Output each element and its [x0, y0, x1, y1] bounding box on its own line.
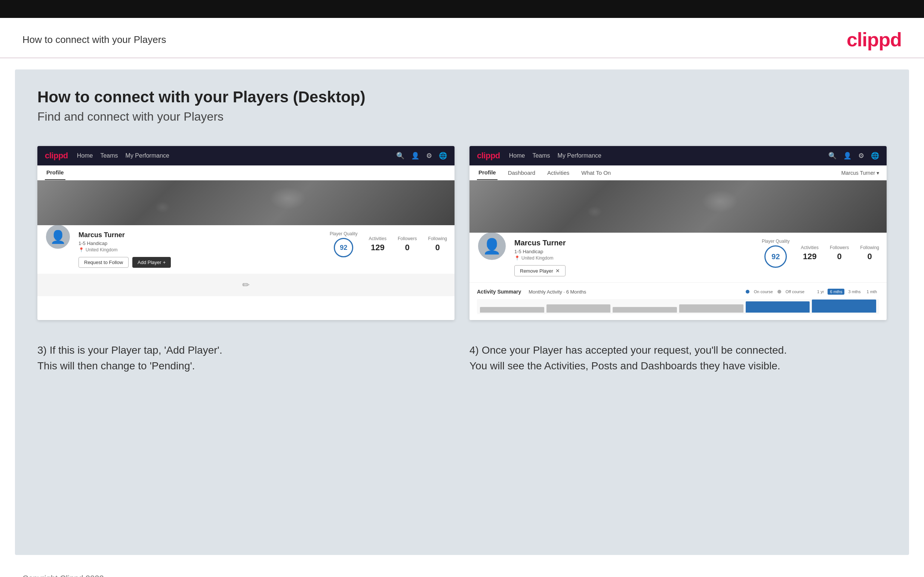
activity-header: Activity Summary Monthly Activity · 6 Mo… [477, 288, 879, 295]
profile-hero-img-2 [470, 181, 887, 233]
profile-buttons-1: Request to Follow Add Player + [79, 257, 322, 268]
section-title: How to connect with your Players (Deskto… [37, 88, 887, 106]
description-left: 3) If this is your Player tap, 'Add Play… [37, 342, 454, 374]
off-course-label: Off course [786, 289, 805, 294]
player-handicap-1: 1-5 Handicap [79, 240, 322, 246]
app-nav-2: clippd Home Teams My Performance 🔍 👤 ⚙ 🌐 [470, 146, 887, 166]
person-icon-1[interactable]: 👤 [411, 152, 419, 160]
nav-teams-1[interactable]: Teams [100, 152, 118, 159]
follow-button-1[interactable]: Request to Follow [79, 257, 129, 268]
chart-bar-1 [480, 307, 544, 313]
tab-dashboard-2[interactable]: Dashboard [506, 166, 537, 180]
quality-circle-2: 92 [764, 245, 787, 268]
filter-1mth[interactable]: 1 mth [864, 288, 879, 295]
app-nav-links-2: Home Teams My Performance [509, 152, 601, 159]
copyright: Copyright Clippd 2022 [23, 574, 104, 577]
app-nav-icons-2: 🔍 👤 ⚙ 🌐 [828, 152, 879, 160]
search-icon-1[interactable]: 🔍 [396, 152, 404, 160]
page-title: How to connect with your Players [23, 34, 166, 45]
nav-home-1[interactable]: Home [77, 152, 93, 159]
avatar-1: 👤 [45, 224, 71, 250]
activity-summary: Activity Summary Monthly Activity · 6 Mo… [470, 282, 887, 320]
player-location-1: 📍 United Kingdom [79, 247, 322, 253]
player-name-2: Marcus Turner [514, 239, 754, 247]
activity-title: Activity Summary [477, 288, 521, 295]
settings-icon-1[interactable]: ⚙ [426, 152, 432, 160]
person-icon-2[interactable]: 👤 [843, 152, 851, 160]
tab-what-to-on-2[interactable]: What To On [580, 166, 612, 180]
time-filters: 1 yr 6 mths 3 mths 1 mth [815, 288, 879, 295]
pencil-area-1: ✏ [37, 274, 454, 296]
description-right: 4) Once your Player has accepted your re… [470, 342, 887, 374]
filter-1yr[interactable]: 1 yr [815, 288, 826, 295]
screenshots-row: clippd Home Teams My Performance 🔍 👤 ⚙ 🌐… [37, 146, 887, 320]
close-icon-remove: ✕ [556, 268, 560, 274]
app-nav-1: clippd Home Teams My Performance 🔍 👤 ⚙ 🌐 [37, 146, 454, 166]
app-tabs-1: Profile [37, 166, 454, 181]
globe-icon-2[interactable]: 🌐 [871, 152, 879, 160]
off-course-dot [777, 290, 781, 293]
stat-following-2: Following 0 [860, 245, 879, 261]
section-subtitle: Find and connect with your Players [37, 110, 887, 124]
stat-quality-2: Player Quality 92 [762, 239, 790, 268]
app-nav-links-1: Home Teams My Performance [77, 152, 169, 159]
add-player-button-1[interactable]: Add Player + [132, 257, 171, 268]
profile-hero-img-1 [37, 181, 454, 225]
app-nav-icons-1: 🔍 👤 ⚙ 🌐 [396, 152, 447, 160]
profile-details-2: Marcus Turner 1-5 Handicap 📍 United King… [514, 239, 754, 276]
chart-bar-3 [613, 307, 677, 313]
search-icon-2[interactable]: 🔍 [828, 152, 837, 160]
player-location-2: 📍 United Kingdom [514, 255, 754, 261]
nav-performance-2[interactable]: My Performance [558, 152, 601, 159]
stat-quality-1: Player Quality 92 [330, 231, 358, 257]
profile-buttons-2: Remove Player ✕ [514, 265, 754, 276]
stat-followers-1: Followers 0 [398, 236, 417, 253]
globe-icon-1[interactable]: 🌐 [439, 152, 447, 160]
quality-value-2: 92 [772, 253, 780, 261]
profile-details-1: Marcus Turner 1-5 Handicap 📍 United King… [79, 231, 322, 268]
description-text-left: 3) If this is your Player tap, 'Add Play… [37, 342, 454, 374]
app-tabs-2: Profile Dashboard Activities What To On … [470, 166, 887, 181]
activity-legend: On course Off course 1 yr 6 mths 3 mths … [746, 288, 879, 295]
tab-profile-2[interactable]: Profile [477, 166, 498, 180]
main-content: How to connect with your Players (Deskto… [15, 69, 909, 555]
activity-period: Monthly Activity · 6 Months [528, 289, 586, 295]
profile-info-1: 👤 Marcus Turner 1-5 Handicap 📍 United Ki… [37, 225, 454, 274]
player-name-1: Marcus Turner [79, 231, 322, 239]
location-pin-icon-1: 📍 [79, 247, 84, 253]
player-dropdown[interactable]: Marcus Turner ▾ [842, 170, 879, 176]
tab-profile-1[interactable]: Profile [45, 166, 65, 180]
filter-3mths[interactable]: 3 mths [846, 288, 863, 295]
on-course-label: On course [754, 289, 773, 294]
stat-activities-2: Activities 129 [801, 245, 819, 261]
chart-bar-2 [546, 305, 611, 313]
player-handicap-2: 1-5 Handicap [514, 249, 754, 254]
profile-hero-1 [37, 181, 454, 225]
nav-performance-1[interactable]: My Performance [126, 152, 169, 159]
app-nav-logo-1: clippd [45, 151, 68, 161]
nav-home-2[interactable]: Home [509, 152, 525, 159]
remove-player-button[interactable]: Remove Player ✕ [514, 265, 565, 276]
description-text-right: 4) Once your Player has accepted your re… [470, 342, 887, 374]
descriptions-row: 3) If this is your Player tap, 'Add Play… [37, 342, 887, 374]
page-footer: Copyright Clippd 2022 [0, 566, 924, 577]
tab-activities-2[interactable]: Activities [546, 166, 571, 180]
stat-activities-1: Activities 129 [369, 236, 386, 253]
on-course-dot [746, 290, 750, 293]
profile-stats-1: Player Quality 92 Activities 129 Followe… [330, 231, 447, 257]
screenshot-2: clippd Home Teams My Performance 🔍 👤 ⚙ 🌐… [470, 146, 887, 320]
location-pin-icon-2: 📍 [514, 255, 520, 261]
page-header: How to connect with your Players clippd [0, 18, 924, 58]
nav-teams-2[interactable]: Teams [532, 152, 550, 159]
app-nav-logo-2: clippd [477, 151, 500, 161]
quality-circle-1: 92 [334, 238, 353, 257]
chart-bar-5 [746, 301, 810, 313]
quality-value-1: 92 [340, 244, 347, 252]
top-bar [0, 0, 924, 18]
avatar-icon-1: 👤 [50, 229, 66, 244]
pencil-icon-1[interactable]: ✏ [242, 280, 250, 290]
settings-icon-2[interactable]: ⚙ [858, 152, 864, 160]
chart-bar-6 [812, 300, 876, 313]
profile-hero-2 [470, 181, 887, 233]
filter-6mths[interactable]: 6 mths [827, 288, 844, 295]
